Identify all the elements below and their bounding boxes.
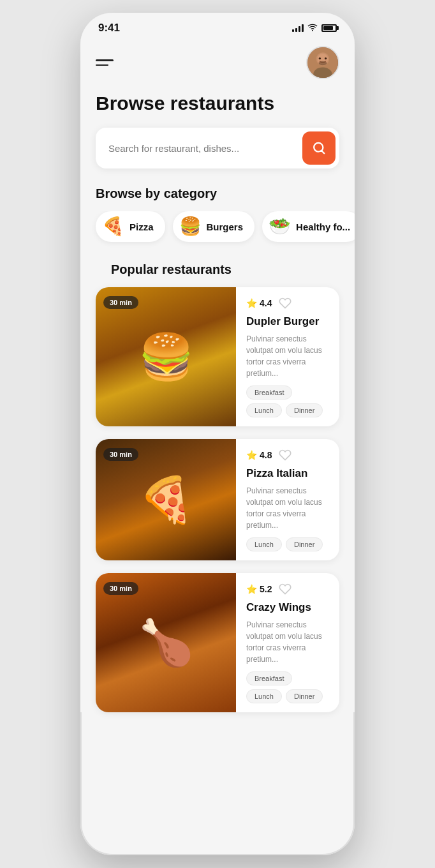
card-desc-2: Pulvinar senectus volutpat om volu lacus… <box>246 485 329 531</box>
rating-3: ⭐ 5.2 <box>246 584 272 594</box>
svg-point-6 <box>319 61 327 65</box>
card-info-2: ⭐ 4.8 Pizza Italian Pulvinar senectus vo… <box>236 439 339 560</box>
restaurant-card-crazy-wings[interactable]: 🍗 30 min ⭐ 5.2 <box>96 573 339 712</box>
categories-section-title: Browse by category <box>80 186 355 211</box>
tag-dinner-3: Dinner <box>286 689 323 703</box>
rating-value-2: 4.8 <box>260 450 272 460</box>
card-image-wings: 🍗 30 min <box>96 573 236 712</box>
rating-2: ⭐ 4.8 <box>246 450 272 460</box>
page-title: Browse restaurants <box>80 89 355 128</box>
status-time: 9:41 <box>98 22 120 34</box>
status-bar: 9:41 <box>80 13 355 40</box>
time-badge-3: 30 min <box>103 582 138 595</box>
rating-value-3: 5.2 <box>260 584 272 594</box>
tag-breakfast-1: Breakfast <box>246 385 292 400</box>
header <box>80 40 355 89</box>
restaurants-section-title: Popular restaurants <box>96 262 339 287</box>
search-icon <box>312 141 326 155</box>
time-badge-1: 30 min <box>103 296 138 309</box>
star-icon-3: ⭐ <box>246 584 257 594</box>
svg-point-5 <box>325 57 327 59</box>
card-info-3: ⭐ 5.2 Crazy Wings Pulvinar senectus volu… <box>236 573 339 712</box>
tag-lunch-2: Lunch <box>246 537 282 551</box>
tag-dinner-2: Dinner <box>286 537 323 551</box>
rating-1: ⭐ 4.4 <box>246 298 272 308</box>
svg-point-4 <box>319 57 321 59</box>
card-name-3: Crazy Wings <box>246 601 329 614</box>
search-button[interactable] <box>302 131 335 165</box>
healthy-label: Healthy fo... <box>296 221 350 232</box>
pizza-emoji: 🍕 <box>102 218 124 236</box>
search-bar <box>96 128 339 168</box>
app-content: Browse restaurants Browse by category 🍕 … <box>80 40 355 712</box>
restaurants-section: Popular restaurants 🍔 30 min ⭐ 4.4 <box>80 262 355 712</box>
search-input[interactable] <box>108 137 302 160</box>
card-meta-3: ⭐ 5.2 <box>246 582 329 596</box>
pizza-label: Pizza <box>129 221 154 232</box>
restaurant-card-dupler-burger[interactable]: 🍔 30 min ⭐ 4.4 <box>96 287 339 426</box>
rating-value-1: 4.4 <box>260 298 272 308</box>
menu-line-bottom <box>96 64 108 66</box>
card-tags-1: Breakfast Lunch Dinner <box>246 385 329 417</box>
category-chip-burgers[interactable]: 🍔 Burgers <box>173 211 255 242</box>
menu-icon[interactable] <box>96 59 114 66</box>
wifi-icon <box>307 24 318 33</box>
heart-icon-2[interactable] <box>278 448 292 462</box>
signal-icon <box>292 24 304 32</box>
heart-icon-1[interactable] <box>278 296 292 310</box>
heart-icon-3[interactable] <box>278 582 292 596</box>
card-image-burger: 🍔 30 min <box>96 287 236 426</box>
categories-row: 🍕 Pizza 🍔 Burgers 🥗 Healthy fo... <box>80 211 355 262</box>
card-name-1: Dupler Burger <box>246 315 329 328</box>
category-chip-healthy[interactable]: 🥗 Healthy fo... <box>262 211 355 242</box>
tag-lunch-3: Lunch <box>246 689 282 703</box>
card-meta-2: ⭐ 4.8 <box>246 448 329 462</box>
card-name-2: Pizza Italian <box>246 467 329 480</box>
restaurant-card-pizza-italian[interactable]: 🍕 30 min ⭐ 4.8 <box>96 439 339 560</box>
card-meta-1: ⭐ 4.4 <box>246 296 329 310</box>
tag-dinner-1: Dinner <box>286 403 323 417</box>
avatar[interactable] <box>306 46 339 79</box>
status-icons <box>292 24 337 33</box>
card-desc-1: Pulvinar senectus volutpat om volu lacus… <box>246 333 329 379</box>
card-image-pizza: 🍕 30 min <box>96 439 236 560</box>
time-badge-2: 30 min <box>103 448 138 461</box>
category-chip-pizza[interactable]: 🍕 Pizza <box>96 211 165 242</box>
star-icon-2: ⭐ <box>246 450 257 460</box>
card-tags-2: Lunch Dinner <box>246 537 329 551</box>
card-info-1: ⭐ 4.4 Dupler Burger Pulvinar senectus vo… <box>236 287 339 426</box>
burgers-emoji: 🍔 <box>179 218 202 236</box>
menu-line-top <box>96 59 114 61</box>
tag-breakfast-3: Breakfast <box>246 671 292 685</box>
avatar-image <box>307 47 338 78</box>
card-tags-3: Breakfast Lunch Dinner <box>246 671 329 703</box>
phone-frame: 9:41 <box>80 13 355 855</box>
burgers-label: Burgers <box>207 221 244 232</box>
healthy-emoji: 🥗 <box>269 218 291 236</box>
star-icon-1: ⭐ <box>246 298 257 308</box>
tag-lunch-1: Lunch <box>246 403 282 417</box>
card-desc-3: Pulvinar senectus volutpat om volu lacus… <box>246 619 329 665</box>
battery-icon <box>321 24 337 32</box>
